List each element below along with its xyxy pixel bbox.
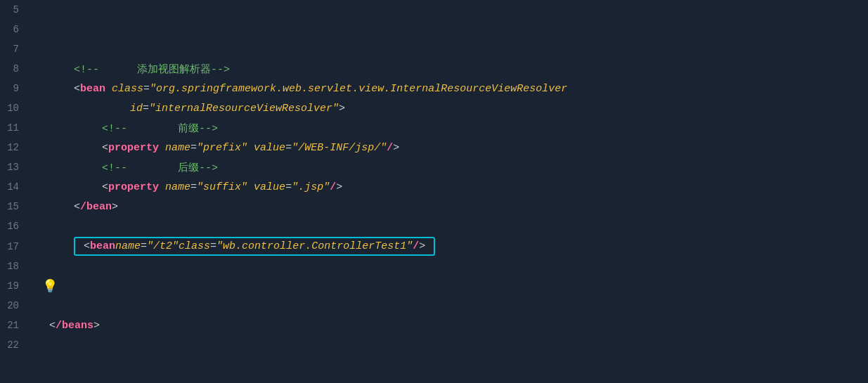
line-number-14: 14 — [0, 181, 32, 193]
line-number-22: 22 — [0, 339, 32, 351]
line-number-20: 20 — [0, 300, 32, 311]
line-6: 6 — [0, 20, 868, 39]
line-content-15: </bean> — [32, 201, 868, 213]
line-content-14: <property name="suffix" value=".jsp"/> — [32, 181, 868, 193]
line-number-17: 17 — [0, 241, 32, 252]
line-11: 11 <!-- 前缀--> — [0, 118, 868, 138]
line-16: 16 — [0, 216, 868, 236]
line-number-8: 8 — [0, 63, 32, 74]
comment-add-resolver: <!-- 添加视图解析器--> — [74, 64, 230, 76]
line-13: 13 <!-- 后缀--> — [0, 157, 868, 177]
line-10: 10 id="internalResourceViewResolver"> — [0, 98, 868, 118]
line-number-5: 5 — [0, 4, 32, 15]
line-17: 17 <bean name="/t2" class="wb.controller… — [0, 236, 868, 257]
property-tag-12: property — [108, 142, 159, 154]
line-content-19: 💡 — [32, 278, 868, 294]
bean-tag-9: bean — [80, 83, 105, 95]
attr-class-value-9: "org.springframework.web.servlet.view.In… — [150, 83, 567, 95]
attr-id-value-10: "internalResourceViewResolver" — [149, 103, 339, 115]
line-number-19: 19 — [0, 280, 32, 292]
line-7: 7 — [0, 39, 868, 59]
line-number-12: 12 — [0, 142, 32, 153]
line-19: 19 💡 — [0, 276, 868, 296]
line-number-9: 9 — [0, 83, 32, 94]
line-number-16: 16 — [0, 221, 32, 232]
line-14: 14 <property name="suffix" value=".jsp"/… — [0, 177, 868, 197]
line-content-17: <bean name="/t2" class="wb.controller.Co… — [32, 237, 868, 256]
line-9: 9 <bean class="org.springframework.web.s… — [0, 79, 868, 98]
line-number-13: 13 — [0, 162, 32, 173]
code-editor: 5 6 7 8 <!-- 添加视图解析器--> 9 <bean class="o… — [0, 0, 868, 383]
line-number-10: 10 — [0, 103, 32, 114]
line-content-8: <!-- 添加视图解析器--> — [32, 63, 868, 76]
line-number-21: 21 — [0, 320, 32, 331]
comment-suffix: <!-- 后缀--> — [102, 162, 218, 174]
property-tag-14: property — [108, 181, 159, 193]
comment-prefix: <!-- 前缀--> — [102, 123, 218, 135]
line-content-10: id="internalResourceViewResolver"> — [32, 103, 868, 115]
line-content-12: <property name="prefix" value="/WEB-INF/… — [32, 142, 868, 154]
attr-id-10: id — [130, 103, 143, 115]
line-number-18: 18 — [0, 261, 32, 272]
line-22: 22 — [0, 335, 868, 355]
close-beans-tag: beans — [62, 320, 93, 332]
lightbulb-icon: 💡 — [42, 280, 58, 294]
line-number-11: 11 — [0, 122, 32, 134]
attr-class-9: class — [112, 83, 143, 95]
line-21: 21 </beans> — [0, 316, 868, 335]
close-bean-tag-15: bean — [86, 201, 112, 213]
line-content-9: <bean class="org.springframework.web.ser… — [32, 83, 868, 95]
line-5: 5 — [0, 0, 868, 20]
bean-tag-17: bean — [90, 240, 115, 252]
line-content-13: <!-- 后缀--> — [32, 161, 868, 174]
line-20: 20 — [0, 296, 868, 316]
line-number-15: 15 — [0, 201, 32, 212]
line-number-6: 6 — [0, 24, 32, 35]
line-12: 12 <property name="prefix" value="/WEB-I… — [0, 138, 868, 157]
highlighted-bean-box: <bean name="/t2" class="wb.controller.Co… — [74, 237, 435, 256]
open-bracket-9: < — [74, 83, 80, 95]
line-content-21: </beans> — [32, 320, 868, 332]
line-8: 8 <!-- 添加视图解析器--> — [0, 59, 868, 79]
line-content-11: <!-- 前缀--> — [32, 122, 868, 135]
line-15: 15 </bean> — [0, 197, 868, 216]
line-number-7: 7 — [0, 44, 32, 55]
line-18: 18 — [0, 257, 868, 276]
